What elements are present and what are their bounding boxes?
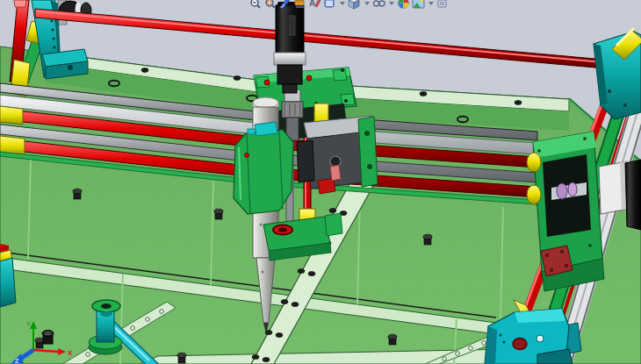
view-orientation-icon[interactable] <box>323 0 336 10</box>
cad-viewport[interactable]: Y X Z A <box>0 0 641 364</box>
zoom-to-fit-icon[interactable] <box>248 0 262 10</box>
heads-up-toolbar: A <box>248 0 450 10</box>
dropdown-caret[interactable] <box>363 0 371 10</box>
bushing-b-right <box>527 185 541 204</box>
rod-flange <box>541 246 573 276</box>
section-view-icon[interactable] <box>278 0 292 10</box>
view-settings-icon[interactable] <box>436 0 450 10</box>
dropdown-caret[interactable] <box>387 0 395 10</box>
rod-end-cap <box>14 0 26 7</box>
top-right-bracket <box>594 28 641 119</box>
display-style-icon[interactable] <box>348 0 361 10</box>
zoom-to-area-icon[interactable] <box>263 0 277 10</box>
shaft-coupling-right <box>557 183 567 199</box>
bolt-near-triad <box>42 331 54 345</box>
stepper-motor-vertical <box>274 2 306 93</box>
bushing-a-right <box>527 153 541 172</box>
model-scene[interactable]: Y X Z <box>0 0 641 364</box>
bushing-a-left <box>0 106 23 125</box>
edit-appearance-icon[interactable] <box>397 0 410 10</box>
bracket-hole <box>513 339 527 350</box>
measure-icon[interactable] <box>293 0 306 10</box>
dropdown-caret[interactable] <box>338 0 346 10</box>
dropdown-caret[interactable] <box>427 0 435 10</box>
triad-x-label: X <box>68 349 73 357</box>
right-motor <box>625 160 641 230</box>
motor-band <box>274 53 306 65</box>
triad-z-label: Z <box>15 358 19 364</box>
triad-y-label: Y <box>26 321 31 327</box>
hide-show-items-icon[interactable] <box>372 0 385 10</box>
collar-clamp <box>255 122 277 136</box>
svg-text:A: A <box>309 0 315 8</box>
annotations-icon[interactable]: A <box>308 0 321 10</box>
apply-scene-icon[interactable] <box>412 0 425 10</box>
